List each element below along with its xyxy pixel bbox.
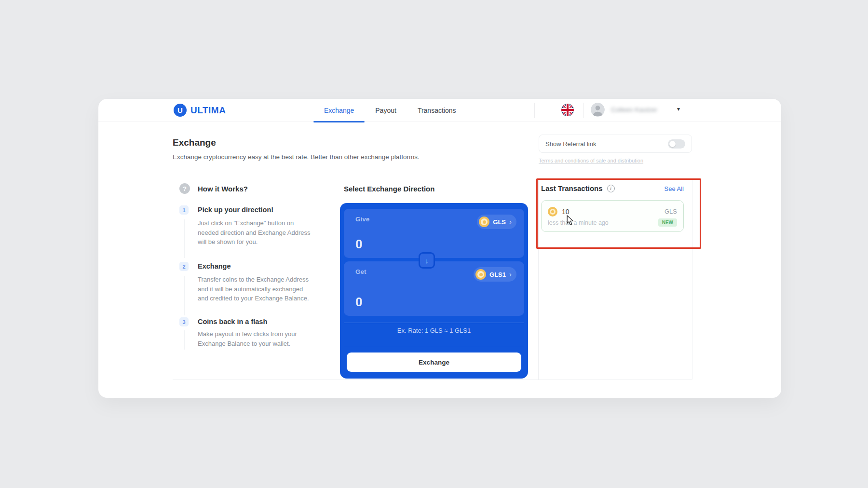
- gls1-coin-icon: [475, 269, 486, 280]
- give-label: Give: [355, 216, 369, 223]
- uk-flag-icon: [561, 104, 574, 116]
- page-subtitle: Exchange cryptocurrency easy at the best…: [173, 153, 420, 161]
- step-2-description: Transfer coins to the Exchange Address a…: [198, 275, 327, 303]
- step-connector: [184, 276, 185, 315]
- new-badge: NEW: [658, 218, 677, 227]
- app-background: U ULTIMA Exchange Payout Transactions: [0, 0, 868, 488]
- how-it-works-heading: How it Works?: [198, 185, 248, 193]
- transaction-item[interactable]: 10 GLS less than a minute ago NEW: [541, 200, 684, 232]
- person-icon: [591, 103, 605, 117]
- ultima-logo-icon: U: [174, 104, 187, 117]
- exchange-widget: Give GLS › 0 ↓ Get: [340, 203, 528, 379]
- info-icon[interactable]: i: [607, 185, 615, 192]
- see-all-link[interactable]: See All: [665, 185, 684, 192]
- chevron-down-icon[interactable]: ▾: [677, 106, 680, 112]
- column-divider: [332, 178, 332, 380]
- desc-line: needed direction and Exchange Address: [198, 228, 327, 238]
- page-title: Exchange: [173, 137, 216, 148]
- give-panel: Give GLS › 0: [344, 209, 524, 258]
- step-2-badge: 2: [179, 262, 189, 271]
- chevron-right-icon: ›: [509, 217, 512, 226]
- header-divider: [583, 103, 584, 118]
- step-2-title: Exchange: [198, 262, 231, 270]
- brand-name: ULTIMA: [190, 105, 226, 116]
- desc-line: and credited to your Exchange Balance.: [198, 294, 327, 303]
- desc-line: Exchange Balance to your wallet.: [198, 339, 327, 349]
- get-panel: Get GLS1 › 0: [344, 261, 524, 316]
- get-amount-value: 0: [355, 295, 362, 310]
- transaction-time: less than a minute ago: [548, 219, 609, 226]
- user-avatar[interactable]: [591, 103, 605, 117]
- step-1-badge: 1: [179, 205, 189, 215]
- desc-line: will be shown for you.: [198, 237, 327, 247]
- tab-payout[interactable]: Payout: [365, 99, 407, 122]
- last-transactions-header: Last Transactions i: [541, 184, 615, 192]
- tab-exchange[interactable]: Exchange: [313, 99, 365, 122]
- give-amount-input[interactable]: 0: [355, 237, 362, 252]
- brand-logo[interactable]: U ULTIMA: [174, 104, 226, 117]
- help-icon: ?: [179, 183, 190, 194]
- header: U ULTIMA Exchange Payout Transactions: [98, 99, 781, 122]
- chevron-right-icon: ›: [509, 270, 512, 278]
- step-connector: [184, 330, 185, 350]
- get-label: Get: [355, 268, 366, 275]
- main-nav: Exchange Payout Transactions: [313, 99, 467, 122]
- step-3-badge: 3: [179, 317, 189, 326]
- transaction-currency: GLS: [665, 208, 677, 215]
- desc-line: Just click on "Exchange" button on: [198, 218, 327, 228]
- toggle-knob: [669, 141, 676, 147]
- gls-coin-icon: [548, 207, 557, 217]
- tab-transactions[interactable]: Transactions: [407, 99, 467, 122]
- exchange-direction-heading: Select Exchange Direction: [344, 185, 434, 193]
- step-3-title: Coins back in a flash: [198, 318, 267, 325]
- terms-link[interactable]: Terms and conditions of sale and distrib…: [539, 158, 643, 163]
- transaction-amount: 10: [562, 208, 570, 216]
- step-1-title: Pick up your direction!: [198, 206, 273, 214]
- user-name[interactable]: Colleen Kautzer: [611, 106, 674, 113]
- section-divider: [173, 380, 692, 380]
- exchange-button[interactable]: Exchange: [347, 352, 521, 372]
- column-divider: [692, 178, 692, 380]
- step-3-description: Make payout in few clicks from your Exch…: [198, 329, 327, 348]
- get-currency-label: GLS1: [489, 271, 506, 278]
- swap-direction-button[interactable]: ↓: [419, 252, 435, 269]
- step-1-description: Just click on "Exchange" button on neede…: [198, 218, 327, 247]
- get-currency-selector[interactable]: GLS1 ›: [474, 267, 516, 282]
- give-currency-selector[interactable]: GLS ›: [477, 215, 516, 229]
- column-divider: [538, 178, 539, 380]
- arrow-down-icon: ↓: [425, 257, 429, 265]
- gls-coin-icon: [479, 217, 489, 227]
- desc-line: Make payout in few clicks from your: [198, 329, 327, 339]
- header-divider: [534, 103, 535, 118]
- referral-link-box: Show Referral link: [539, 135, 692, 153]
- desc-line: and it will be automatically exchanged: [198, 285, 327, 294]
- rate-divider: [344, 323, 524, 323]
- last-transactions-heading: Last Transactions: [541, 184, 603, 192]
- referral-toggle[interactable]: [668, 139, 685, 149]
- rate-divider: [344, 346, 524, 346]
- language-selector[interactable]: [561, 104, 574, 116]
- give-currency-label: GLS: [493, 218, 506, 226]
- exchange-rate: Ex. Rate: 1 GLS ≈ 1 GLS1: [340, 327, 528, 334]
- referral-label: Show Referral link: [545, 140, 597, 148]
- main-card: U ULTIMA Exchange Payout Transactions: [98, 99, 781, 398]
- step-connector: [184, 219, 185, 258]
- desc-line: Transfer coins to the Exchange Address: [198, 275, 327, 285]
